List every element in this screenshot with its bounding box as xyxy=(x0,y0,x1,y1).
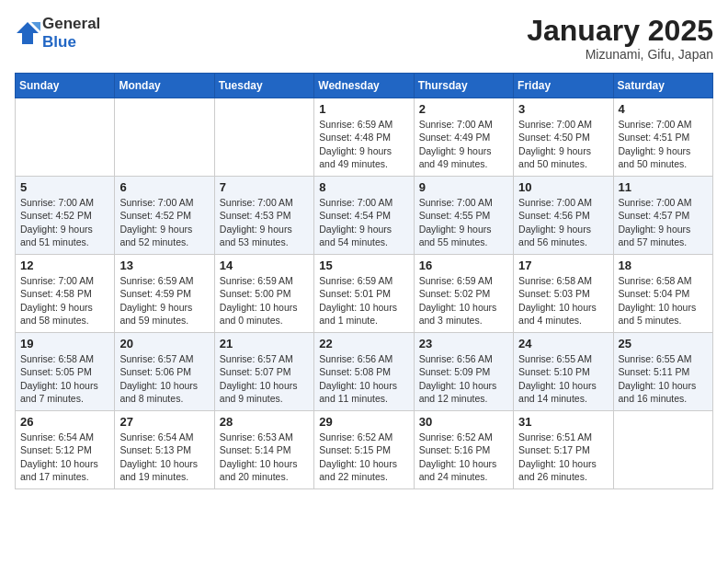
calendar-cell: 9Sunrise: 7:00 AMSunset: 4:55 PMDaylight… xyxy=(414,177,513,255)
calendar-cell: 21Sunrise: 6:57 AMSunset: 5:07 PMDayligh… xyxy=(214,333,313,411)
day-number: 12 xyxy=(20,259,109,272)
calendar-subtitle: Mizunami, Gifu, Japan xyxy=(527,47,713,62)
day-number: 30 xyxy=(419,415,508,429)
title-block: January 2025 Mizunami, Gifu, Japan xyxy=(527,15,713,62)
calendar-cell: 10Sunrise: 7:00 AMSunset: 4:56 PMDayligh… xyxy=(514,177,613,255)
calendar-cell: 19Sunrise: 6:58 AMSunset: 5:05 PMDayligh… xyxy=(16,333,115,411)
day-number: 17 xyxy=(518,259,608,272)
day-detail: Sunrise: 6:52 AMSunset: 5:16 PMDaylight:… xyxy=(419,431,508,483)
day-detail: Sunrise: 7:00 AMSunset: 4:55 PMDaylight:… xyxy=(419,196,508,248)
calendar-cell: 16Sunrise: 6:59 AMSunset: 5:02 PMDayligh… xyxy=(414,255,513,333)
day-number: 28 xyxy=(220,415,309,429)
day-detail: Sunrise: 7:00 AMSunset: 4:51 PMDaylight:… xyxy=(619,118,708,170)
day-detail: Sunrise: 6:52 AMSunset: 5:15 PMDaylight:… xyxy=(319,431,408,483)
weekday-header-wednesday: Wednesday xyxy=(314,74,414,98)
day-number: 8 xyxy=(319,180,408,194)
day-detail: Sunrise: 6:59 AMSunset: 5:02 PMDaylight:… xyxy=(419,274,508,327)
day-number: 2 xyxy=(419,102,508,116)
day-detail: Sunrise: 7:00 AMSunset: 4:52 PMDaylight:… xyxy=(119,196,209,248)
calendar-cell: 15Sunrise: 6:59 AMSunset: 5:01 PMDayligh… xyxy=(314,255,414,333)
day-number: 26 xyxy=(20,415,109,429)
calendar-cell: 2Sunrise: 7:00 AMSunset: 4:49 PMDaylight… xyxy=(414,98,513,177)
day-number: 16 xyxy=(419,259,508,272)
day-detail: Sunrise: 6:59 AMSunset: 4:48 PMDaylight:… xyxy=(319,118,408,170)
day-number: 18 xyxy=(619,259,708,272)
day-detail: Sunrise: 6:55 AMSunset: 5:10 PMDaylight:… xyxy=(518,352,608,405)
day-detail: Sunrise: 7:00 AMSunset: 4:58 PMDaylight:… xyxy=(20,274,109,327)
calendar-cell: 27Sunrise: 6:54 AMSunset: 5:13 PMDayligh… xyxy=(115,411,214,489)
day-number: 27 xyxy=(119,415,209,429)
day-number: 29 xyxy=(319,415,408,429)
calendar-cell: 29Sunrise: 6:52 AMSunset: 5:15 PMDayligh… xyxy=(314,411,414,489)
day-detail: Sunrise: 7:00 AMSunset: 4:56 PMDaylight:… xyxy=(518,196,608,248)
day-detail: Sunrise: 6:59 AMSunset: 5:01 PMDaylight:… xyxy=(319,274,408,327)
logo-blue: Blue xyxy=(42,33,76,51)
day-detail: Sunrise: 6:58 AMSunset: 5:04 PMDaylight:… xyxy=(619,274,708,327)
calendar-cell: 3Sunrise: 7:00 AMSunset: 4:50 PMDaylight… xyxy=(514,98,613,177)
day-number: 3 xyxy=(518,102,608,116)
weekday-header-sunday: Sunday xyxy=(16,74,115,98)
day-detail: Sunrise: 6:57 AMSunset: 5:06 PMDaylight:… xyxy=(119,352,209,405)
day-number: 13 xyxy=(119,259,209,272)
day-detail: Sunrise: 7:00 AMSunset: 4:50 PMDaylight:… xyxy=(518,118,608,170)
day-number: 5 xyxy=(20,180,109,194)
day-number: 23 xyxy=(419,337,508,350)
day-number: 15 xyxy=(319,259,408,272)
day-number: 4 xyxy=(619,102,708,116)
calendar-cell: 24Sunrise: 6:55 AMSunset: 5:10 PMDayligh… xyxy=(514,333,613,411)
day-number: 6 xyxy=(119,180,209,194)
calendar-header: SundayMondayTuesdayWednesdayThursdayFrid… xyxy=(16,74,713,98)
calendar-cell xyxy=(115,98,214,177)
calendar-cell: 22Sunrise: 6:56 AMSunset: 5:08 PMDayligh… xyxy=(314,333,414,411)
day-number: 9 xyxy=(419,180,508,194)
calendar-cell xyxy=(613,411,712,489)
calendar-cell: 23Sunrise: 6:56 AMSunset: 5:09 PMDayligh… xyxy=(414,333,513,411)
day-detail: Sunrise: 6:54 AMSunset: 5:13 PMDaylight:… xyxy=(119,431,209,483)
calendar-cell: 6Sunrise: 7:00 AMSunset: 4:52 PMDaylight… xyxy=(115,177,214,255)
weekday-header-monday: Monday xyxy=(115,74,214,98)
day-number: 20 xyxy=(119,337,209,350)
weekday-header-friday: Friday xyxy=(514,74,613,98)
day-detail: Sunrise: 6:51 AMSunset: 5:17 PMDaylight:… xyxy=(518,431,608,483)
day-number: 21 xyxy=(220,337,309,350)
day-detail: Sunrise: 6:58 AMSunset: 5:05 PMDaylight:… xyxy=(20,352,109,405)
calendar-cell: 30Sunrise: 6:52 AMSunset: 5:16 PMDayligh… xyxy=(414,411,513,489)
calendar-cell: 14Sunrise: 6:59 AMSunset: 5:00 PMDayligh… xyxy=(214,255,313,333)
calendar-cell: 12Sunrise: 7:00 AMSunset: 4:58 PMDayligh… xyxy=(16,255,115,333)
calendar-cell: 13Sunrise: 6:59 AMSunset: 4:59 PMDayligh… xyxy=(115,255,214,333)
day-detail: Sunrise: 7:00 AMSunset: 4:52 PMDaylight:… xyxy=(20,196,109,248)
calendar-title: January 2025 xyxy=(527,15,713,47)
calendar-cell: 5Sunrise: 7:00 AMSunset: 4:52 PMDaylight… xyxy=(16,177,115,255)
calendar-table: SundayMondayTuesdayWednesdayThursdayFrid… xyxy=(15,73,713,489)
logo: General Blue xyxy=(15,15,100,52)
calendar-cell: 17Sunrise: 6:58 AMSunset: 5:03 PMDayligh… xyxy=(514,255,613,333)
day-detail: Sunrise: 6:59 AMSunset: 4:59 PMDaylight:… xyxy=(119,274,209,327)
calendar-cell: 18Sunrise: 6:58 AMSunset: 5:04 PMDayligh… xyxy=(613,255,712,333)
day-number: 10 xyxy=(518,180,608,194)
day-number: 25 xyxy=(619,337,708,350)
day-number: 24 xyxy=(518,337,608,350)
day-number: 11 xyxy=(619,180,708,194)
day-number: 7 xyxy=(220,180,309,194)
day-detail: Sunrise: 6:54 AMSunset: 5:12 PMDaylight:… xyxy=(20,431,109,483)
calendar-cell: 31Sunrise: 6:51 AMSunset: 5:17 PMDayligh… xyxy=(514,411,613,489)
day-detail: Sunrise: 6:57 AMSunset: 5:07 PMDaylight:… xyxy=(220,352,309,405)
calendar-cell: 11Sunrise: 7:00 AMSunset: 4:57 PMDayligh… xyxy=(613,177,712,255)
day-detail: Sunrise: 6:53 AMSunset: 5:14 PMDaylight:… xyxy=(220,431,309,483)
calendar-cell: 28Sunrise: 6:53 AMSunset: 5:14 PMDayligh… xyxy=(214,411,313,489)
day-number: 22 xyxy=(319,337,408,350)
weekday-header-saturday: Saturday xyxy=(613,74,712,98)
logo-general: General xyxy=(42,15,100,32)
day-number: 1 xyxy=(319,102,408,116)
page-header: General Blue January 2025 Mizunami, Gifu… xyxy=(15,15,713,62)
day-detail: Sunrise: 7:00 AMSunset: 4:49 PMDaylight:… xyxy=(419,118,508,170)
calendar-cell: 20Sunrise: 6:57 AMSunset: 5:06 PMDayligh… xyxy=(115,333,214,411)
weekday-header-tuesday: Tuesday xyxy=(214,74,313,98)
day-detail: Sunrise: 6:56 AMSunset: 5:08 PMDaylight:… xyxy=(319,352,408,405)
weekday-header-thursday: Thursday xyxy=(414,74,513,98)
day-detail: Sunrise: 6:56 AMSunset: 5:09 PMDaylight:… xyxy=(419,352,508,405)
day-number: 31 xyxy=(518,415,608,429)
calendar-cell: 8Sunrise: 7:00 AMSunset: 4:54 PMDaylight… xyxy=(314,177,414,255)
logo-icon xyxy=(15,20,40,46)
day-detail: Sunrise: 6:55 AMSunset: 5:11 PMDaylight:… xyxy=(619,352,708,405)
